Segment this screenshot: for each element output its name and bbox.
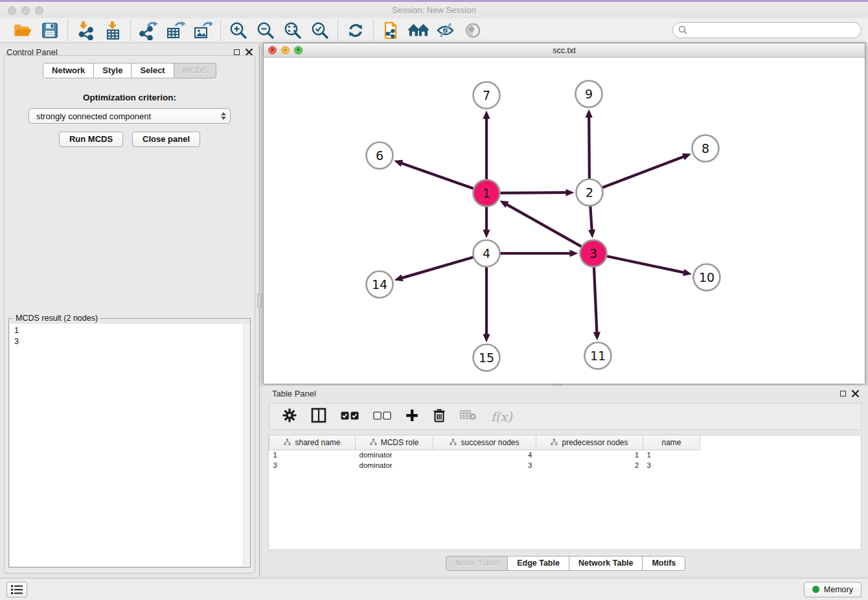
table-row[interactable]: 3dominator323	[269, 460, 700, 470]
import-table-button[interactable]	[102, 20, 123, 41]
node-label-6: 6	[376, 148, 383, 163]
maximize-window-icon[interactable]	[35, 6, 43, 15]
column-header-name[interactable]: name	[643, 435, 700, 450]
window-controls[interactable]	[8, 6, 43, 15]
table-toolbar: f(x)	[269, 403, 862, 430]
close-panel-button[interactable]: Close panel	[132, 132, 200, 147]
node-label-14: 14	[372, 277, 387, 292]
refresh-layout-icon	[347, 21, 365, 40]
open-session-button[interactable]	[12, 20, 33, 41]
save-session-button[interactable]	[40, 20, 60, 41]
tab-network[interactable]: Network	[43, 63, 94, 78]
unselect-all-columns-button[interactable]	[373, 411, 391, 422]
result-scrollbar[interactable]	[243, 324, 250, 566]
search-container	[672, 22, 862, 38]
show-task-history-button[interactable]	[6, 582, 27, 597]
tab-select[interactable]: Select	[131, 63, 174, 78]
open-folder-icon	[14, 22, 32, 39]
column-header-successor-nodes[interactable]: successor nodes	[433, 435, 536, 450]
edge-3-10[interactable]	[606, 256, 685, 273]
zoom-fit-button[interactable]	[282, 20, 303, 41]
arrowhead-4-14	[394, 274, 404, 281]
left-splitter-grip[interactable]	[257, 294, 262, 308]
zoom-selected-button[interactable]	[310, 20, 330, 41]
table-tabs: Node TableEdge TableNetwork TableMotifs	[263, 556, 868, 571]
network-canvas[interactable]: 7968124314101511	[264, 58, 865, 384]
edge-3-1[interactable]	[506, 204, 582, 247]
show-graphics-details-button[interactable]	[463, 20, 483, 41]
clone-network-button[interactable]	[381, 20, 402, 41]
export-image-button[interactable]	[192, 20, 213, 41]
edge-2-3[interactable]	[590, 205, 591, 231]
maximize-view-icon[interactable]: +	[294, 46, 303, 54]
run-mcds-button[interactable]: Run MCDS	[59, 132, 123, 147]
create-column-button[interactable]	[405, 409, 418, 424]
criterion-dropdown[interactable]: strongly connected component	[29, 108, 231, 124]
tab-network-table[interactable]: Network Table	[569, 556, 643, 571]
close-view-icon[interactable]: ×	[268, 46, 277, 54]
edge-1-2[interactable]	[499, 192, 567, 193]
export-network-button[interactable]	[138, 20, 159, 41]
task-list-icon	[11, 585, 23, 594]
export-table-button[interactable]	[165, 20, 186, 41]
hide-selected-button[interactable]	[435, 20, 456, 41]
tab-edge-table[interactable]: Edge Table	[508, 556, 569, 571]
mcds-result-title: MCDS result (2 nodes)	[13, 314, 100, 323]
optimization-criterion-label: Optimization criterion:	[5, 93, 255, 102]
table-panel-title: Table Panel	[272, 389, 316, 398]
edge-1-6[interactable]	[401, 163, 474, 189]
eye-slash-icon	[436, 21, 455, 40]
select-all-columns-button[interactable]	[341, 411, 359, 422]
network-graph[interactable]: 7968124314101511	[264, 58, 865, 384]
node-label-4: 4	[483, 246, 490, 260]
column-header-predecessor-nodes[interactable]: predecessor nodes	[536, 435, 643, 450]
edge-4-14[interactable]	[401, 257, 474, 279]
dropdown-stepper-icon	[221, 112, 226, 120]
workspace: Control Panel NetworkStyleSelectMCDS Opt…	[0, 43, 868, 578]
memory-button[interactable]: Memory	[804, 582, 862, 597]
edge-2-9[interactable]	[589, 116, 589, 179]
main-toolbar	[0, 18, 868, 43]
close-window-icon[interactable]	[8, 6, 16, 15]
split-columns-icon	[311, 408, 326, 423]
plus-icon	[405, 409, 418, 422]
show-column-panel-button[interactable]	[311, 408, 326, 426]
search-icon	[678, 25, 688, 35]
node-label-15: 15	[479, 351, 494, 365]
node-table[interactable]: shared nameMCDS rolesuccessor nodesprede…	[268, 435, 862, 550]
table-settings-button[interactable]	[282, 408, 297, 425]
minimize-window-icon[interactable]	[21, 6, 30, 15]
table-panel: Table Panel	[263, 386, 868, 575]
column-header-shared-name[interactable]: shared name	[269, 435, 356, 450]
delete-column-button[interactable]	[433, 408, 446, 425]
search-input[interactable]	[672, 22, 862, 38]
tab-mcds[interactable]: MCDS	[174, 63, 216, 78]
close-table-panel-icon[interactable]	[852, 390, 859, 397]
mcds-result-box: MCDS result (2 nodes) 13	[8, 318, 251, 568]
edge-3-11[interactable]	[594, 266, 597, 333]
close-panel-icon[interactable]	[246, 49, 253, 56]
edge-2-8[interactable]	[602, 156, 685, 187]
function-builder-button[interactable]: f(x)	[491, 410, 512, 424]
tab-style[interactable]: Style	[94, 63, 131, 78]
zoom-out-button[interactable]	[255, 20, 276, 41]
apply-layout-button[interactable]	[345, 20, 366, 41]
minimize-view-icon[interactable]: −	[281, 46, 290, 54]
delete-table-button[interactable]	[460, 410, 477, 424]
network-window-titlebar[interactable]: × − + scc.txt	[264, 43, 865, 58]
node-label-7: 7	[483, 88, 490, 102]
import-network-button[interactable]	[75, 20, 96, 41]
control-panel: Control Panel NetworkStyleSelectMCDS Opt…	[0, 44, 260, 577]
zoom-in-button[interactable]	[228, 20, 249, 41]
tab-motifs[interactable]: Motifs	[643, 556, 685, 571]
column-header-MCDS-role[interactable]: MCDS role	[356, 435, 433, 450]
trash-icon	[433, 408, 446, 422]
mcds-result-text[interactable]: 13	[10, 324, 249, 566]
import-network-icon	[76, 21, 95, 40]
first-neighbors-button[interactable]	[408, 20, 429, 41]
table-row[interactable]: 1dominator411	[269, 450, 700, 460]
float-table-panel-icon[interactable]	[840, 391, 846, 397]
tab-node-table[interactable]: Node Table	[446, 556, 508, 571]
float-panel-icon[interactable]	[234, 49, 240, 55]
zoom-selected-icon	[311, 21, 329, 40]
